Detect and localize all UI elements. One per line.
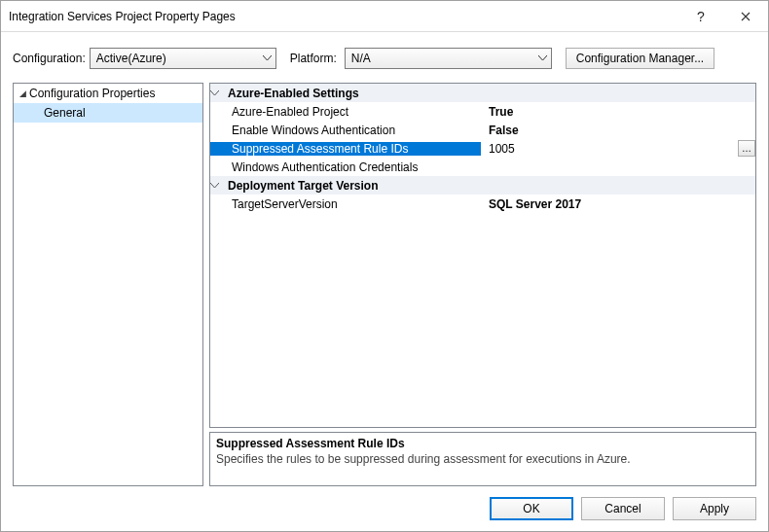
- chevron-down-icon: [263, 55, 272, 61]
- ok-button[interactable]: OK: [490, 497, 573, 520]
- chevron-down-icon: [538, 55, 547, 61]
- ellipsis-icon: …: [742, 143, 751, 154]
- expander-icon[interactable]: [210, 183, 228, 189]
- tree-root-label: Configuration Properties: [29, 87, 155, 100]
- property-grid[interactable]: Azure-Enabled Settings Azure-Enabled Pro…: [209, 83, 756, 428]
- main-area: ◢ Configuration Properties General Azure…: [1, 75, 768, 486]
- window-title: Integration Services Project Property Pa…: [9, 10, 678, 23]
- apply-label: Apply: [700, 502, 729, 515]
- cancel-button[interactable]: Cancel: [581, 497, 665, 520]
- property-name: Azure-Enabled Project: [210, 105, 481, 119]
- property-row[interactable]: Enable Windows Authentication False: [210, 121, 755, 139]
- property-name: TargetServerVersion: [210, 197, 481, 211]
- tree-item-general[interactable]: General: [14, 103, 202, 123]
- category-header-azure[interactable]: Azure-Enabled Settings: [210, 84, 755, 102]
- configuration-manager-button[interactable]: Configuration Manager...: [566, 48, 714, 69]
- dialog-window: Integration Services Project Property Pa…: [0, 0, 769, 532]
- cancel-label: Cancel: [604, 502, 641, 515]
- ok-label: OK: [523, 502, 539, 515]
- expander-icon[interactable]: [210, 90, 228, 96]
- property-row[interactable]: Azure-Enabled Project True: [210, 102, 755, 121]
- close-button[interactable]: [723, 1, 768, 31]
- description-pane: Suppressed Assessment Rule IDs Specifies…: [209, 432, 756, 486]
- category-tree[interactable]: ◢ Configuration Properties General: [13, 83, 203, 486]
- category-label: Azure-Enabled Settings: [228, 87, 359, 100]
- titlebar: Integration Services Project Property Pa…: [1, 1, 768, 32]
- property-value[interactable]: False: [481, 124, 755, 137]
- property-value[interactable]: SQL Server 2017: [481, 197, 755, 211]
- properties-column: Azure-Enabled Settings Azure-Enabled Pro…: [209, 83, 756, 486]
- tree-item-label: General: [44, 106, 86, 120]
- tree-root-item[interactable]: ◢ Configuration Properties: [14, 84, 202, 103]
- platform-value: N/A: [351, 52, 371, 65]
- apply-button[interactable]: Apply: [673, 497, 756, 520]
- configuration-value: Active(Azure): [96, 52, 166, 65]
- close-icon: [741, 12, 751, 21]
- configuration-label: Configuration:: [13, 52, 86, 65]
- property-row[interactable]: TargetServerVersion SQL Server 2017: [210, 195, 755, 213]
- property-row[interactable]: Windows Authentication Credentials: [210, 158, 755, 176]
- help-button[interactable]: ?: [678, 1, 723, 31]
- ellipsis-button[interactable]: …: [738, 140, 755, 157]
- description-text: Specifies the rules to be suppressed dur…: [216, 452, 750, 466]
- description-title: Suppressed Assessment Rule IDs: [216, 437, 750, 450]
- configuration-dropdown[interactable]: Active(Azure): [90, 48, 276, 69]
- property-value[interactable]: 1005: [481, 142, 755, 156]
- property-row-selected[interactable]: Suppressed Assessment Rule IDs 1005 …: [210, 139, 755, 158]
- platform-label: Platform:: [290, 52, 337, 65]
- property-name: Enable Windows Authentication: [210, 124, 481, 137]
- configuration-manager-label: Configuration Manager...: [576, 52, 704, 65]
- dialog-button-row: OK Cancel Apply: [1, 486, 768, 531]
- expander-collapsed-icon[interactable]: ◢: [16, 89, 29, 98]
- configuration-bar: Configuration: Active(Azure) Platform: N…: [1, 42, 768, 75]
- property-value[interactable]: True: [481, 105, 755, 119]
- category-label: Deployment Target Version: [228, 179, 378, 193]
- category-header-deployment[interactable]: Deployment Target Version: [210, 176, 755, 195]
- help-icon: ?: [697, 9, 705, 24]
- property-name: Windows Authentication Credentials: [210, 160, 481, 174]
- property-name: Suppressed Assessment Rule IDs: [210, 142, 481, 156]
- platform-dropdown[interactable]: N/A: [345, 48, 552, 69]
